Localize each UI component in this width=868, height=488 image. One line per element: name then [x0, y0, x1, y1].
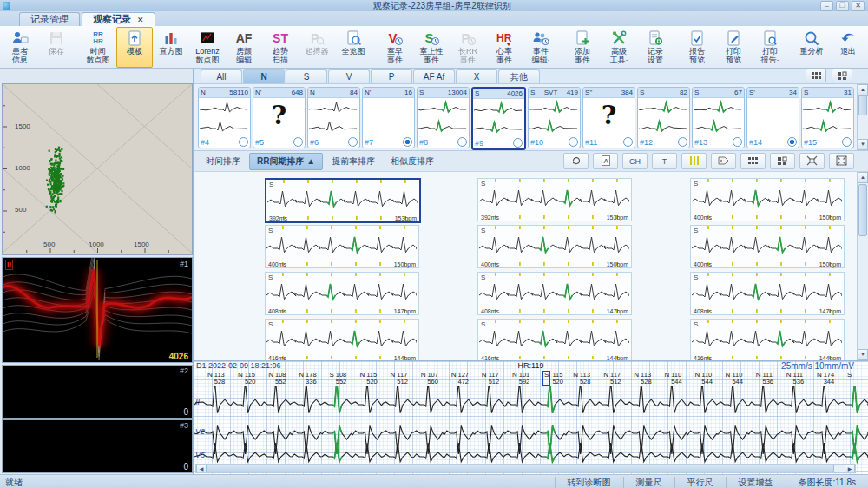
view-grid-1-icon[interactable]: [806, 69, 826, 82]
tag-button[interactable]: [711, 153, 736, 169]
lorenz-scatter-plot[interactable]: 1500 1000 500 500 1000 1500: [2, 83, 193, 255]
restore-icon[interactable]: ❐: [836, 1, 849, 11]
beat-annotation[interactable]: N111536: [756, 372, 773, 386]
refresh-button[interactable]: [563, 153, 589, 169]
rhythm-strip[interactable]: D1 2022-02-09 18:21:06 HR:119 25mm/s 10m…: [194, 360, 868, 474]
close-icon[interactable]: ✕: [852, 1, 865, 11]
category-tab-其他[interactable]: 其他: [498, 69, 540, 83]
beat-annotation[interactable]: N111536: [786, 372, 804, 386]
template-radio[interactable]: [293, 137, 303, 147]
text-tool-button[interactable]: T: [652, 153, 677, 169]
template-radio[interactable]: [513, 138, 523, 148]
time-scatter-button[interactable]: RRHR时间 散点图: [80, 27, 116, 68]
beat-annotation[interactable]: N115520: [238, 372, 255, 386]
trend-scan-button[interactable]: ST趋势 扫描: [262, 27, 299, 68]
template-card-6[interactable]: N84#6: [307, 87, 360, 148]
template-card-7[interactable]: N'16#7: [362, 87, 415, 148]
beat-annotation[interactable]: N127472: [451, 372, 469, 386]
ecg-strip[interactable]: S408ms147bpm: [265, 272, 419, 315]
beat-annotation[interactable]: N107560: [421, 372, 438, 386]
ecg-strip[interactable]: S408ms147bpm: [477, 272, 632, 315]
grid-scrollbar[interactable]: ▲ ▼: [857, 172, 868, 360]
beat-annotation[interactable]: N101592: [512, 372, 529, 386]
beat-annotation[interactable]: N178336: [299, 372, 316, 386]
template-radio[interactable]: [403, 137, 412, 147]
beat-annotation[interactable]: N110544: [726, 372, 743, 386]
category-tab-af-af[interactable]: AF Af: [413, 69, 455, 83]
channel-3-panel[interactable]: #3 0: [2, 419, 193, 473]
v-event-button[interactable]: V室早 事件: [377, 27, 413, 68]
template-radio[interactable]: [457, 137, 467, 147]
beat-annotation[interactable]: N113528: [573, 372, 590, 386]
template-button[interactable]: 模板: [116, 27, 153, 68]
category-tab-x[interactable]: X: [456, 69, 497, 83]
beat-annotation[interactable]: N113528: [634, 372, 651, 386]
marker-lines-button[interactable]: [681, 153, 707, 169]
category-tab-n[interactable]: N: [243, 69, 285, 83]
beat-annotation[interactable]: N117512: [603, 372, 621, 386]
template-radio[interactable]: [348, 137, 358, 147]
scrollbar-thumb[interactable]: [858, 184, 867, 236]
exit-button[interactable]: 退出: [830, 27, 866, 68]
histogram-button[interactable]: 直方图: [153, 27, 189, 68]
view-grid-2-icon[interactable]: [832, 69, 852, 82]
print-report-button[interactable]: 打印 报告·: [752, 27, 788, 68]
ecg-strip[interactable]: S400ms150bpm: [690, 225, 845, 268]
scroll-down-icon[interactable]: ▼: [858, 349, 868, 360]
patient-info-button[interactable]: 患者 信息: [2, 27, 38, 68]
ecg-strip[interactable]: S408ms147bpm: [690, 272, 845, 315]
grid-sparse-button[interactable]: [770, 153, 795, 169]
beat-annotation[interactable]: N110544: [695, 372, 713, 386]
template-radio[interactable]: [239, 137, 248, 147]
template-card-11[interactable]: S''384?#11: [582, 87, 635, 148]
sort-tab[interactable]: 相似度排序: [384, 154, 441, 169]
beat-annotation[interactable]: S: [847, 372, 852, 379]
ecg-strip[interactable]: S400ms150bpm: [477, 225, 632, 268]
status-tool-测量尺[interactable]: 测量尺: [623, 477, 674, 488]
nav-tab-records[interactable]: 记录管理: [19, 12, 80, 26]
s-event-button[interactable]: S室上性 事件: [413, 27, 450, 68]
beat-annotation[interactable]: N117512: [482, 372, 499, 386]
template-card-14[interactable]: S'34#14: [746, 87, 799, 148]
ecg-strip[interactable]: S400ms150bpm: [265, 225, 419, 268]
sort-tab[interactable]: 提前率排序: [325, 154, 382, 169]
ecg-strip[interactable]: S392ms153bpm: [265, 178, 421, 223]
template-card-12[interactable]: S82#12: [637, 87, 690, 148]
beat-annotation[interactable]: N115520: [359, 372, 377, 386]
template-card-13[interactable]: S67#13: [692, 87, 745, 148]
template-card-15[interactable]: S31#15: [801, 87, 854, 148]
template-scrollbar[interactable]: ▲ ▼: [857, 84, 868, 150]
ecg-strip[interactable]: S400ms150bpm: [690, 178, 845, 221]
ecg-strip[interactable]: S392ms153bpm: [477, 178, 632, 221]
tab-close-icon[interactable]: ✕: [137, 16, 144, 24]
template-radio[interactable]: [623, 137, 633, 147]
status-tool-平行尺[interactable]: 平行尺: [674, 477, 726, 488]
template-radio[interactable]: [733, 137, 742, 147]
scroll-up-icon[interactable]: ▲: [858, 172, 868, 183]
beat-overlay-panel[interactable]: II #1 4026: [2, 257, 193, 363]
add-event-button[interactable]: 添加 事件: [564, 27, 601, 68]
beat-annotation[interactable]: S115520: [542, 372, 563, 386]
template-radio[interactable]: [787, 137, 797, 147]
record-settings-button[interactable]: 记录 设置: [637, 27, 674, 68]
scrollbar-thumb[interactable]: [858, 95, 867, 115]
beat-annotation[interactable]: S108552: [329, 372, 346, 386]
lorenz-button[interactable]: Lorenz 散点图: [189, 27, 226, 68]
hr-event-button[interactable]: HR心率 事件: [486, 27, 523, 68]
template-radio[interactable]: [678, 137, 687, 147]
beat-annotation[interactable]: N108552: [268, 372, 286, 386]
status-tool-转到诊断图[interactable]: 转到诊断图: [555, 477, 623, 488]
category-tab-p[interactable]: P: [371, 69, 412, 83]
minimize-icon[interactable]: –: [820, 1, 833, 11]
template-radio[interactable]: [569, 137, 578, 147]
template-card-9[interactable]: S4026#9: [471, 87, 526, 150]
af-edit-button[interactable]: AF房颤 编辑: [226, 27, 262, 68]
ecg-strip[interactable]: S416ms144bpm: [477, 319, 632, 360]
category-tab-v[interactable]: V: [328, 69, 370, 83]
ecg-strip[interactable]: S416ms144bpm: [265, 319, 419, 360]
template-card-5[interactable]: N'648?#5: [253, 87, 306, 148]
template-card-8[interactable]: S13004#8: [417, 87, 470, 148]
category-tab-all[interactable]: All: [201, 69, 242, 83]
sort-tab[interactable]: RR间期排序 ▲: [249, 153, 323, 170]
beat-annotation[interactable]: N110544: [664, 372, 681, 386]
